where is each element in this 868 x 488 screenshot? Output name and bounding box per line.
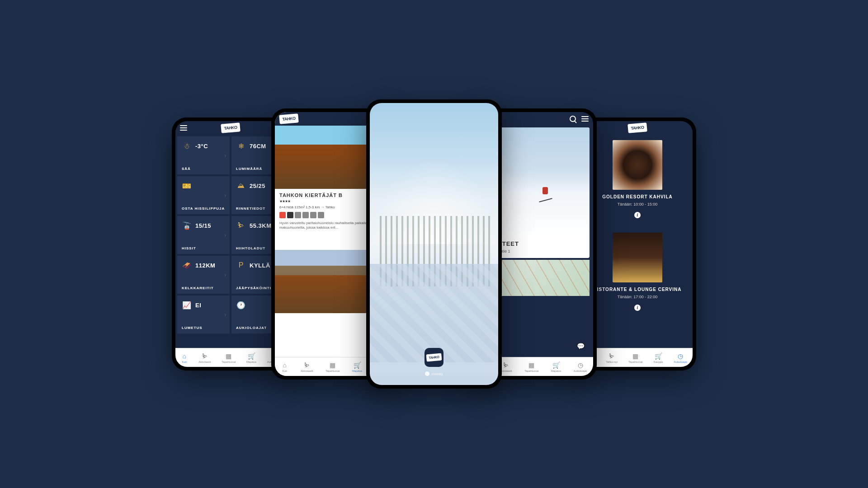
nav-events[interactable]: ▦Tapahtumat [222,352,236,363]
cart-icon: 🛒 [248,352,255,360]
nav-events[interactable]: ▦Tapahtumat [524,361,538,372]
cart-icon: 🛒 [552,361,560,369]
chevron-right-icon: › [225,312,226,317]
restaurant-hours: Tänään: 17:00 - 22:00 [588,295,687,299]
lift-icon: 🚡 [182,221,192,230]
phone-3-splash: TAHKO choicely [366,99,502,389]
header: TAHKO [582,121,693,135]
nav-events[interactable]: ▦Tapahtumat [326,361,340,372]
chart-icon: 📈 [182,300,192,310]
parking-icon: P [236,260,246,270]
ski-icon: ⛷ [502,361,509,369]
clock-icon: ◷ [577,361,584,369]
menu-icon[interactable] [180,125,187,131]
tile-weather[interactable]: ☃-3°CSÄÄ› [177,136,230,174]
calendar-icon: ▦ [329,361,336,369]
bottom-nav: ⌂Koti ⛷Aktiviteetit ▦Tapahtumat 🛒Majoitu… [175,348,286,367]
weather-icon: ☃ [182,141,192,151]
nav-hours[interactable]: ◷Aukioloajat [574,361,587,372]
home-icon: ⌂ [281,361,288,369]
splash-hero: TAHKO choicely [370,103,498,385]
tile-sled[interactable]: 🛷112KMKELKKAREITIT› [177,256,230,294]
chat-fab[interactable]: 💬 [573,339,588,353]
nav-activities[interactable]: ⛷Aktiviteetit [198,352,211,363]
nav-activities[interactable]: ⛷Aktiviteetit [301,361,313,372]
restaurant-card[interactable]: RISTORANTE & LOUNGE CERVINA Tänään: 17:0… [582,227,693,316]
ski-icon: ⛷ [201,352,208,360]
calendar-icon: ▦ [632,352,639,360]
restaurant-hours: Tänään: 10:00 - 15:00 [588,202,687,206]
restaurant-title: RISTORANTE & LOUNGE CERVINA [588,287,687,292]
ski-icon: ⛷ [236,221,246,230]
app-logo-badge[interactable]: TAHKO [425,348,443,367]
ski-icon: ⛷ [608,352,615,360]
home-icon: ⌂ [181,352,188,360]
chevron-right-icon: › [225,272,226,277]
chevron-right-icon: › [225,193,226,198]
mountain-icon: ⛰ [236,181,246,191]
header: TAHKO [175,121,286,135]
tahko-logo[interactable]: TAHKO [627,122,647,133]
tahko-logo[interactable]: TAHKO [279,113,299,124]
restaurant-photo [613,140,662,190]
nav-now[interactable]: ⛷Tahko-nyt [606,352,618,363]
sled-icon: 🛷 [182,260,192,270]
clock-icon: ◷ [677,352,684,360]
chevron-right-icon: › [225,153,226,158]
nav-events[interactable]: ▦Tapahtumat [628,352,642,363]
nav-home[interactable]: ⌂Koti [181,352,188,363]
nav-accommodation[interactable]: 🛒Majoitus [352,361,362,372]
restaurant-photo [613,233,662,282]
clock-icon: 🕐 [236,300,246,310]
tile-snowmaking[interactable]: 📈EILUMETUS› [177,296,230,333]
phone-showcase: TAHKO ☃-3°CSÄÄ› ❄76CMLUMIMÄÄRÄ 🎫OSTA HIS… [90,90,778,398]
nav-hours[interactable]: ◷Aukioloajat [674,352,687,363]
chevron-right-icon: › [225,233,226,238]
ticket-icon: 🎫 [182,181,192,191]
tile-tickets[interactable]: 🎫OSTA HISSILIPPUJA› [177,176,230,214]
tahko-logo[interactable]: TAHKO [221,122,241,133]
dashboard-grid: ☃-3°CSÄÄ› ❄76CMLUMIMÄÄRÄ 🎫OSTA HISSILIPP… [175,135,286,335]
nav-shop[interactable]: 🛒Kauppa [654,352,663,363]
skier-icon [539,187,552,201]
restaurant-card[interactable]: GOLDEN RESORT KAHVILA Tänään: 10:00 - 15… [582,135,693,224]
tile-lifts[interactable]: 🚡15/15HISSIT› [177,216,230,254]
calendar-icon: ▦ [528,361,535,369]
cart-icon: 🛒 [655,352,662,360]
bottom-nav: ⌂Koti ⛷Tahko-nyt ▦Tapahtumat 🛒Kauppa ◷Au… [582,348,693,367]
nav-home[interactable]: ⌂Koti [281,361,288,372]
menu-icon[interactable] [581,116,589,122]
cart-icon: 🛒 [354,361,361,369]
calendar-icon: ▦ [225,352,232,360]
snowflake-icon: ❄ [236,141,246,151]
powered-by: choicely [425,371,443,376]
restaurant-title: GOLDEN RESORT KAHVILA [588,194,687,199]
nav-accommodation[interactable]: 🛒Majoitus [246,352,256,363]
search-icon[interactable] [570,116,576,122]
info-icon[interactable]: i [634,212,641,218]
nav-accommodation[interactable]: 🛒Majoitus [551,361,561,372]
info-icon[interactable]: i [634,305,641,311]
ski-icon: ⛷ [303,361,311,369]
